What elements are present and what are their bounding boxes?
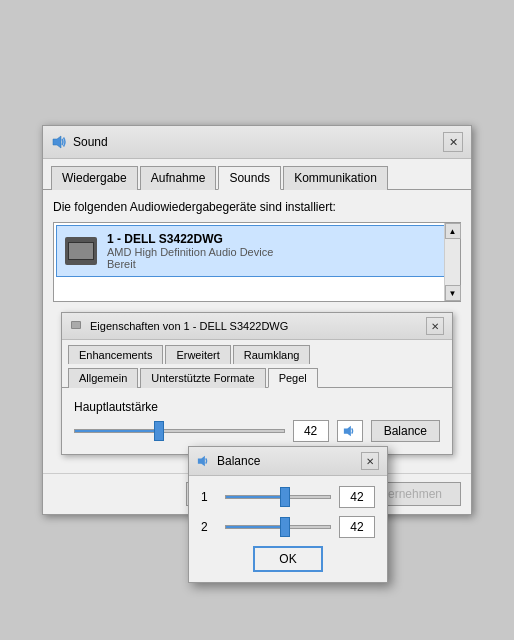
volume-label: Hauptlautstärke (74, 400, 440, 414)
sound-window: Sound ✕ Wiedergabe Aufnahme Sounds Kommu… (42, 125, 472, 515)
tab-allgemein[interactable]: Allgemein (68, 368, 138, 388)
channel-1-label: 1 (201, 490, 217, 504)
svg-marker-0 (53, 136, 61, 148)
balance-slider-1-fill (226, 496, 288, 498)
properties-title: Eigenschaften von 1 - DELL S3422DWG (90, 320, 288, 332)
volume-slider[interactable] (74, 421, 285, 441)
balance-slider-1-thumb[interactable] (280, 487, 290, 507)
balance-channel-2-row: 2 42 (201, 516, 375, 538)
scroll-down-btn[interactable]: ▼ (445, 285, 461, 301)
device-name: 1 - DELL S3422DWG (107, 232, 449, 246)
balance-slider-1-track (225, 495, 331, 499)
properties-window: Eigenschaften von 1 - DELL S3422DWG ✕ En… (61, 312, 453, 455)
vertical-scrollbar[interactable]: ▲ ▼ (444, 223, 460, 301)
tab-wiedergabe[interactable]: Wiedergabe (51, 166, 138, 190)
title-bar-left: Sound (51, 134, 108, 150)
balance-channel-1-row: 1 42 (201, 486, 375, 508)
volume-mute-button[interactable] (337, 420, 363, 442)
monitor-icon (65, 237, 97, 265)
scroll-up-btn[interactable]: ▲ (445, 223, 461, 239)
balance-title-left: Balance (197, 454, 260, 468)
balance-close-button[interactable]: ✕ (361, 452, 379, 470)
tab-enhancements[interactable]: Enhancements (68, 345, 163, 364)
tab-unterstuetzte-formate[interactable]: Unterstützte Formate (140, 368, 265, 388)
window-title: Sound (73, 135, 108, 149)
device-item[interactable]: 1 - DELL S3422DWG AMD High Definition Au… (56, 225, 458, 277)
balance-button[interactable]: Balance (371, 420, 440, 442)
balance-title-bar: Balance ✕ (189, 447, 387, 476)
channel-2-label: 2 (201, 520, 217, 534)
balance-dialog-icon (197, 454, 211, 468)
properties-icon (70, 319, 84, 333)
tab-bar: Wiedergabe Aufnahme Sounds Kommunikation (43, 159, 471, 190)
monitor-screen (68, 242, 94, 260)
device-info: 1 - DELL S3422DWG AMD High Definition Au… (107, 232, 449, 270)
volume-row: 42 Balance (74, 420, 440, 442)
balance-value-1: 42 (339, 486, 375, 508)
balance-dialog: Balance ✕ 1 42 2 (188, 446, 388, 583)
tab-aufnahme[interactable]: Aufnahme (140, 166, 217, 190)
volume-slider-thumb[interactable] (154, 421, 164, 441)
tab-raumklang[interactable]: Raumklang (233, 345, 311, 364)
device-description: AMD High Definition Audio Device (107, 246, 449, 258)
tab-kommunikation[interactable]: Kommunikation (283, 166, 388, 190)
balance-slider-2-fill (226, 526, 288, 528)
tab-sounds[interactable]: Sounds (218, 166, 281, 190)
speaker-small-icon (343, 424, 357, 438)
balance-slider-2[interactable] (225, 517, 331, 537)
properties-title-bar: Eigenschaften von 1 - DELL S3422DWG ✕ (62, 313, 452, 340)
properties-tab-bar: Enhancements Erweitert Raumklang (62, 340, 452, 364)
svg-marker-4 (198, 456, 205, 467)
close-button[interactable]: ✕ (443, 132, 463, 152)
volume-slider-track (74, 429, 285, 433)
scroll-track (445, 239, 460, 285)
svg-marker-3 (344, 426, 351, 437)
balance-content: 1 42 2 42 (189, 476, 387, 582)
balance-ok-row: OK (201, 546, 375, 572)
balance-slider-1[interactable] (225, 487, 331, 507)
balance-dialog-title: Balance (217, 454, 260, 468)
properties-content: Hauptlautstärke 42 (62, 388, 452, 454)
properties-title-left: Eigenschaften von 1 - DELL S3422DWG (70, 319, 288, 333)
balance-ok-button[interactable]: OK (253, 546, 322, 572)
tab-pegel[interactable]: Pegel (268, 368, 318, 388)
tab-erweitert[interactable]: Erweitert (165, 345, 230, 364)
device-list: 1 - DELL S3422DWG AMD High Definition Au… (53, 222, 461, 302)
volume-value: 42 (293, 420, 329, 442)
balance-slider-2-thumb[interactable] (280, 517, 290, 537)
main-content: Die folgenden Audiowiedergabegeräte sind… (43, 190, 471, 473)
properties-close-button[interactable]: ✕ (426, 317, 444, 335)
title-bar: Sound ✕ (43, 126, 471, 159)
device-list-header: Die folgenden Audiowiedergabegeräte sind… (53, 200, 461, 214)
balance-slider-2-track (225, 525, 331, 529)
volume-slider-fill (75, 430, 163, 432)
device-status: Bereit (107, 258, 449, 270)
speaker-icon (51, 134, 67, 150)
properties-tab-bar-2: Allgemein Unterstützte Formate Pegel (62, 363, 452, 388)
svg-rect-2 (72, 322, 80, 328)
balance-value-2: 42 (339, 516, 375, 538)
